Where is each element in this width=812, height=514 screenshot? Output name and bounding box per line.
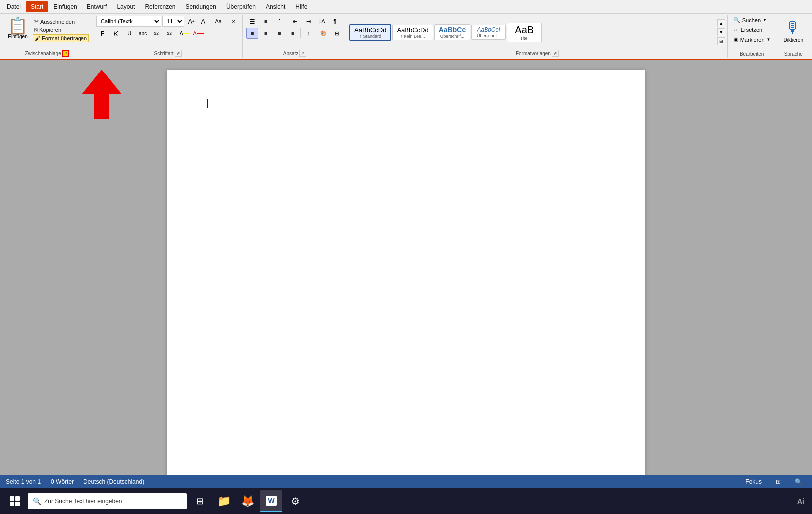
- document-page[interactable]: [167, 70, 645, 475]
- file-explorer-button[interactable]: 📁: [213, 490, 235, 512]
- font-size-decrease-button[interactable]: A-: [198, 16, 209, 27]
- clipboard-expand-button[interactable]: ⇗: [62, 50, 69, 57]
- ausschneiden-button[interactable]: ✂ Ausschneiden: [33, 18, 89, 25]
- start-button[interactable]: [4, 490, 26, 512]
- bullet-list-button[interactable]: ☰: [246, 16, 258, 27]
- style-heading2[interactable]: AaBbCcI Überschrif...: [471, 25, 506, 40]
- status-right: Fokus ⊞ 🔍: [741, 477, 806, 486]
- zoom-button[interactable]: 🔍: [791, 477, 806, 486]
- numbered-list-button[interactable]: ≡: [260, 16, 272, 27]
- menu-referenzen[interactable]: Referenzen: [140, 1, 180, 12]
- focus-button[interactable]: Fokus: [741, 477, 766, 486]
- styles-scroll-down-button[interactable]: ▼: [717, 28, 725, 36]
- kopieren-button[interactable]: ⎘ Kopieren: [33, 26, 89, 33]
- status-left: Seite 1 von 1 0 Wörter Deutsch (Deutschl…: [6, 478, 144, 485]
- dictate-button[interactable]: 🎙 Diktieren: [782, 17, 805, 45]
- styles-group: AaBbCcDd ↑ Standard AaBbCcDd ↑ Kein Lee.…: [347, 15, 728, 58]
- styles-expand-button[interactable]: ⊞: [717, 37, 725, 45]
- italic-button[interactable]: K: [110, 28, 122, 39]
- multilevel-list-button[interactable]: ⋮: [273, 16, 285, 27]
- font-family-select[interactable]: Calibri (Textk: [96, 16, 161, 27]
- settings-button[interactable]: ⚙: [284, 490, 306, 512]
- menu-hilfe[interactable]: Hilfe: [290, 1, 312, 12]
- menu-layout[interactable]: Layout: [112, 1, 140, 12]
- font-group-label: Schriftart: [154, 51, 174, 56]
- markieren-button[interactable]: ▣ Markieren ▼: [731, 35, 773, 44]
- ersetzen-button[interactable]: ↔ Ersetzen: [731, 26, 773, 34]
- menu-einfuegen[interactable]: Einfügen: [48, 1, 81, 12]
- para-expand-button[interactable]: ⇗: [299, 50, 306, 57]
- ersetzen-label: Ersetzen: [741, 27, 762, 33]
- bold-button[interactable]: F: [96, 28, 108, 39]
- cut-icon: ✂: [34, 18, 39, 25]
- borders-button[interactable]: ⊞: [331, 28, 343, 39]
- show-formatting-button[interactable]: ¶: [329, 16, 341, 27]
- font-color-bar: [197, 33, 204, 34]
- win-logo-pane-br: [15, 502, 20, 506]
- dictate-group-label-row: Sprache: [777, 51, 810, 57]
- style-heading1-label: Überschrif...: [440, 34, 465, 39]
- justify-button[interactable]: ≡: [287, 28, 299, 39]
- align-right-button[interactable]: ≡: [273, 28, 285, 39]
- dictate-label: Diktieren: [784, 37, 803, 43]
- word-button[interactable]: W: [260, 490, 282, 512]
- clear-format-button[interactable]: ⨯: [227, 16, 239, 27]
- einfuegen-button[interactable]: 📋 Einfügen: [5, 16, 31, 41]
- menu-bar: Datei Start Einfügen Entwurf Layout Refe…: [0, 0, 812, 14]
- style-title[interactable]: AaB Titel: [507, 23, 542, 42]
- layout-view-button[interactable]: ⊞: [772, 477, 785, 486]
- menu-ansicht[interactable]: Ansicht: [261, 1, 290, 12]
- menu-datei[interactable]: Datei: [2, 1, 26, 12]
- microphone-icon: 🎙: [785, 19, 801, 37]
- align-center-button[interactable]: ≡: [260, 28, 272, 39]
- decrease-indent-button[interactable]: ⇤: [289, 16, 301, 27]
- strikethrough-button[interactable]: abc: [137, 28, 149, 39]
- taskbar-search-text: Zur Suche Text hier eingeben: [44, 498, 182, 505]
- superscript-button[interactable]: x2: [163, 28, 175, 39]
- sort-button[interactable]: ↕A: [316, 16, 327, 27]
- font-color-button[interactable]: A: [192, 28, 204, 39]
- menu-start[interactable]: Start: [26, 1, 48, 12]
- style-no-space[interactable]: AaBbCcDd ↑ Kein Lee...: [392, 25, 433, 40]
- menu-entwurf[interactable]: Entwurf: [82, 1, 112, 12]
- text-highlight-button[interactable]: A: [179, 28, 191, 39]
- increase-indent-button[interactable]: ⇥: [302, 16, 314, 27]
- font-expand-button[interactable]: ⇗: [175, 50, 182, 57]
- style-standard-label: ↑ Standard: [360, 34, 382, 39]
- change-case-button[interactable]: Aa: [211, 16, 226, 27]
- divider: [177, 28, 177, 38]
- line-spacing-button[interactable]: ↕: [302, 28, 314, 39]
- einfuegen-label: Einfügen: [8, 34, 27, 39]
- align-left-button[interactable]: ≡: [246, 28, 258, 39]
- ribbon-content: 📋 Einfügen ✂ Ausschneiden ⎘ Kopieren 🖌 F…: [0, 14, 812, 59]
- styles-scroll-up-button[interactable]: ▲: [717, 19, 725, 27]
- task-view-button[interactable]: ⊞: [189, 490, 211, 512]
- style-standard-preview: AaBbCcDd: [354, 26, 386, 34]
- suchen-button[interactable]: 🔍 Suchen ▼: [731, 16, 773, 24]
- underline-button[interactable]: U: [123, 28, 135, 39]
- para-group-label: Absatz: [283, 51, 299, 56]
- dictate-group: 🎙 Diktieren Sprache: [777, 15, 810, 58]
- style-heading1[interactable]: AaBbCc Überschrif...: [434, 24, 470, 40]
- style-standard[interactable]: AaBbCcDd ↑ Standard: [349, 24, 391, 41]
- kopieren-label: Kopieren: [39, 27, 61, 33]
- clipboard-group: 📋 Einfügen ✂ Ausschneiden ⎘ Kopieren 🖌 F…: [2, 15, 92, 58]
- style-heading2-label: Überschrif...: [477, 33, 501, 38]
- styles-row: AaBbCcDd ↑ Standard AaBbCcDd ↑ Kein Lee.…: [349, 16, 725, 49]
- styles-expand-dialog-button[interactable]: ⇗: [552, 50, 559, 57]
- clipboard-group-label-row: Zwischenablage ⇗: [2, 50, 92, 57]
- subscript-button[interactable]: x2: [150, 28, 162, 39]
- taskbar-search[interactable]: 🔍 Zur Suche Text hier eingeben: [28, 493, 187, 509]
- word-count: 0 Wörter: [51, 478, 74, 485]
- ai-label[interactable]: Ai: [793, 495, 808, 507]
- font-size-select[interactable]: 11: [162, 16, 184, 27]
- taskbar-search-icon: 🔍: [33, 497, 41, 505]
- menu-ueberpruefen[interactable]: Überprüfen: [221, 1, 261, 12]
- suchen-dropdown-icon: ▼: [763, 18, 767, 22]
- taskbar: 🔍 Zur Suche Text hier eingeben ⊞ 📁 🦊 W ⚙…: [0, 488, 812, 514]
- menu-sendungen[interactable]: Sendungen: [181, 1, 221, 12]
- firefox-button[interactable]: 🦊: [237, 490, 258, 512]
- format-uebertragen-button[interactable]: 🖌 Format übertragen: [33, 34, 89, 42]
- font-size-increase-button[interactable]: A+: [186, 16, 197, 27]
- shading-button[interactable]: 🎨: [318, 28, 329, 39]
